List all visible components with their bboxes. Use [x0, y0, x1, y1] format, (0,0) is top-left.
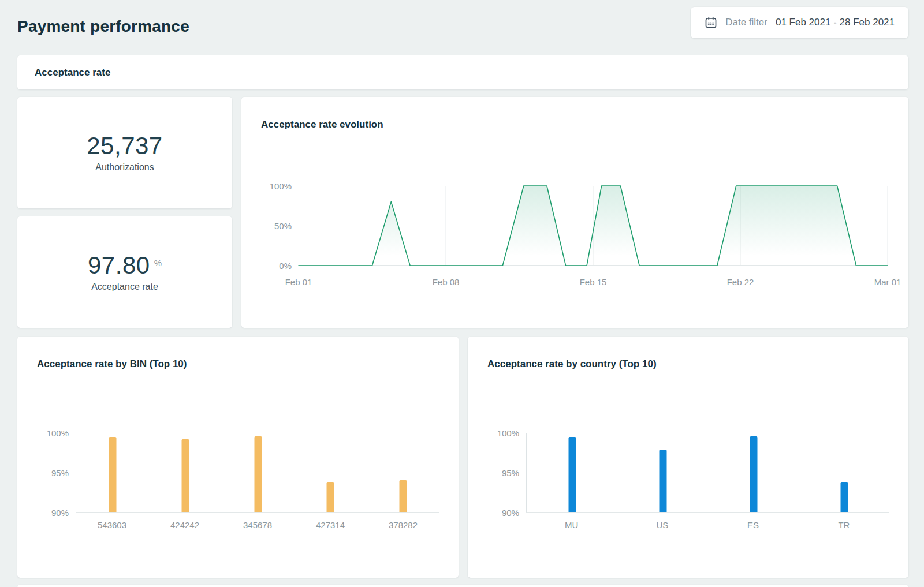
evolution-x-tick: Feb 15: [580, 277, 607, 287]
evolution-x-tick: Mar 01: [874, 277, 901, 287]
country-y-tick: 100%: [497, 428, 519, 438]
bin-bar-543603: [109, 437, 116, 512]
country-x-axis-labels: MUUSESTR: [526, 520, 889, 532]
evolution-y-tick: 0%: [279, 261, 292, 271]
bin-y-tick: 95%: [51, 468, 69, 478]
acceptance-rate-stat-card: 97.80 % Acceptance rate: [17, 216, 232, 328]
bin-y-tick: 90%: [51, 508, 69, 518]
evolution-x-tick: Feb 22: [727, 277, 754, 287]
evolution-plot-svg: [299, 186, 888, 266]
evolution-x-tick: Feb 01: [285, 277, 312, 287]
country-bar-TR: [840, 482, 848, 512]
country-y-axis-labels: 100%95%90%: [468, 433, 519, 513]
dashboard-page: Payment performance Date filter 01 Feb 2…: [0, 0, 924, 587]
top-widgets-row: 25,737 Authorizations 97.80 % Acceptance…: [17, 97, 908, 328]
section-title: Acceptance rate: [35, 67, 110, 78]
country-chart-title: Acceptance rate by country (Top 10): [487, 358, 657, 370]
bin-y-tick: 100%: [47, 428, 69, 438]
evolution-y-tick: 50%: [274, 221, 292, 231]
country-y-tick: 90%: [502, 508, 519, 518]
acceptance-rate-evolution-card: Acceptance rate evolution 100%50%0%: [241, 97, 908, 328]
acceptance-by-bin-card: Acceptance rate by BIN (Top 10) 100%95%9…: [17, 337, 459, 578]
authorizations-label: Authorizations: [95, 162, 154, 173]
bin-x-tick: 543603: [98, 520, 126, 530]
stat-column: 25,737 Authorizations 97.80 % Acceptance…: [17, 97, 232, 328]
bin-x-axis-labels: 543603424242345678427314378282: [76, 520, 439, 532]
bin-plot-area: [76, 433, 439, 513]
bin-bar-345678: [254, 436, 262, 512]
acceptance-rate-section-header: Acceptance rate: [17, 55, 908, 89]
acceptance-by-country-card: Acceptance rate by country (Top 10) 100%…: [468, 337, 908, 578]
country-x-tick: ES: [747, 520, 759, 530]
date-filter-label: Date filter: [725, 17, 767, 28]
bottom-widgets-row: Acceptance rate by BIN (Top 10) 100%95%9…: [17, 337, 908, 578]
country-bar-US: [659, 450, 666, 512]
evolution-x-axis-labels: Feb 01Feb 08Feb 15Feb 22Mar 01: [299, 277, 888, 289]
acceptance-rate-unit: %: [154, 258, 162, 268]
acceptance-rate-label: Acceptance rate: [91, 282, 158, 292]
bin-bar-427314: [327, 482, 334, 512]
bin-x-tick: 427314: [316, 520, 345, 530]
bin-bar-378282: [400, 480, 407, 512]
evolution-chart-title: Acceptance rate evolution: [261, 119, 383, 130]
country-bar-ES: [750, 436, 757, 512]
country-x-tick: MU: [565, 520, 578, 530]
date-filter-button[interactable]: Date filter 01 Feb 2021 - 28 Feb 2021: [691, 7, 908, 38]
bin-x-tick: 378282: [389, 520, 418, 530]
evolution-y-axis-labels: 100%50%0%: [241, 186, 292, 266]
calendar-icon: [705, 16, 717, 29]
date-filter-value: 01 Feb 2021 - 28 Feb 2021: [776, 17, 895, 28]
country-x-tick: US: [656, 520, 668, 530]
bin-bar-424242: [181, 439, 189, 512]
page-title: Payment performance: [17, 17, 189, 36]
authorizations-value: 25,737: [87, 133, 162, 159]
country-y-tick: 95%: [502, 468, 519, 478]
country-bar-MU: [568, 437, 576, 512]
evolution-y-tick: 100%: [270, 181, 292, 191]
page-header: Payment performance Date filter 01 Feb 2…: [17, 0, 908, 38]
bin-x-tick: 424242: [170, 520, 199, 530]
next-section-card-cutoff: [17, 585, 908, 587]
bin-chart-title: Acceptance rate by BIN (Top 10): [37, 358, 187, 370]
country-plot-area: [526, 433, 889, 513]
evolution-plot-area: [299, 186, 888, 266]
country-x-tick: TR: [838, 520, 850, 530]
evolution-x-tick: Feb 08: [433, 277, 460, 287]
authorizations-stat-card: 25,737 Authorizations: [17, 97, 232, 208]
bin-y-axis-labels: 100%95%90%: [17, 433, 69, 513]
acceptance-rate-value: 97.80: [88, 252, 150, 279]
bin-x-tick: 345678: [243, 520, 272, 530]
